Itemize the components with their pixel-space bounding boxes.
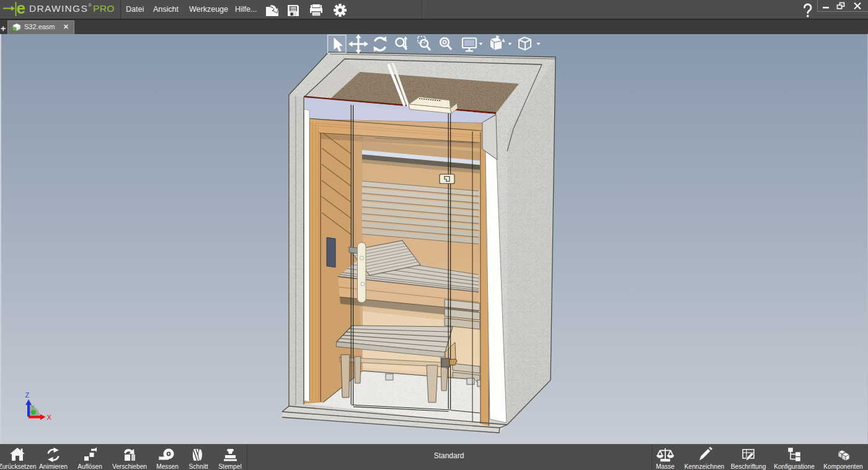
svg-text:Z: Z bbox=[25, 391, 30, 399]
svg-text:DRAWINGS: DRAWINGS bbox=[29, 3, 88, 14]
svg-text:X: X bbox=[47, 414, 52, 421]
svg-text:PRO: PRO bbox=[93, 3, 115, 14]
svg-text:®: ® bbox=[89, 3, 92, 7]
svg-text:e: e bbox=[17, 0, 25, 17]
